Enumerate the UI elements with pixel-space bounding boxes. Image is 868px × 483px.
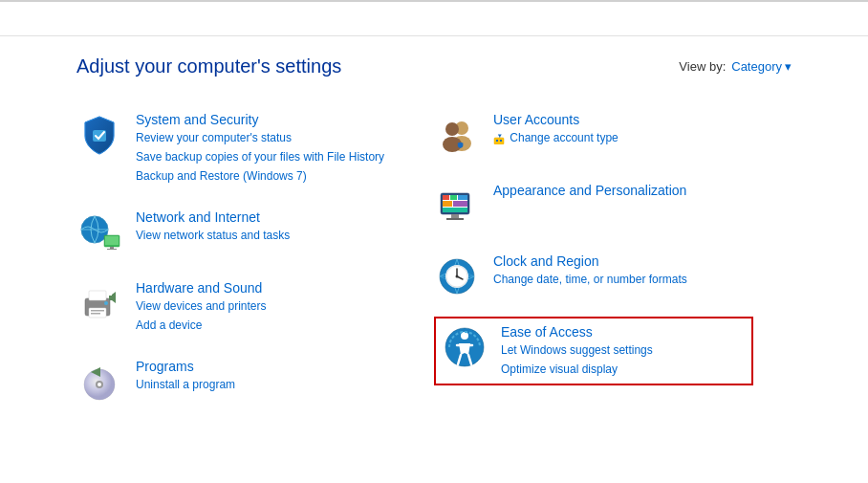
network-internet-icon (76, 209, 122, 255)
page-title-row: Adjust your computer's settings View by:… (76, 55, 792, 77)
svg-rect-35 (451, 214, 459, 218)
svg-point-19 (98, 383, 101, 386)
hardware-sound-link-2[interactable]: Add a device (136, 317, 267, 334)
system-security-icon (76, 112, 122, 158)
ease-of-access-title[interactable]: Ease of Access (501, 324, 653, 340)
category-programs: Programs Uninstall a program (76, 351, 434, 412)
svg-rect-15 (109, 296, 112, 300)
hardware-sound-link-1[interactable]: View devices and printers (136, 297, 267, 315)
svg-rect-10 (89, 291, 106, 300)
ease-of-access-link-1[interactable]: Let Windows suggest settings (501, 341, 653, 359)
svg-rect-25 (496, 140, 498, 142)
svg-rect-33 (453, 201, 467, 207)
svg-rect-32 (443, 201, 452, 207)
user-accounts-icon (434, 112, 480, 158)
svg-rect-6 (110, 247, 114, 249)
network-internet-title[interactable]: Network and Internet (136, 209, 290, 225)
system-security-link-1[interactable]: Review your computer's status (136, 129, 384, 146)
programs-title[interactable]: Programs (136, 359, 235, 374)
system-security-link-3[interactable]: Backup and Restore (Windows 7) (136, 167, 384, 185)
system-security-text: System and Security Review your computer… (136, 112, 384, 185)
category-clock-region: Clock and Region Change date, time, or n… (434, 246, 792, 307)
category-network-internet: Network and Internet View network status… (76, 202, 434, 263)
category-appearance: Appearance and Personalization (434, 175, 792, 236)
chevron-down-icon: ▾ (785, 59, 792, 74)
appearance-text: Appearance and Personalization (493, 183, 686, 198)
svg-point-43 (456, 275, 459, 278)
appearance-title[interactable]: Appearance and Personalization (493, 183, 686, 198)
svg-point-22 (445, 122, 459, 136)
ease-of-access-link-2[interactable]: Optimize visual display (501, 361, 653, 378)
programs-icon (76, 359, 122, 405)
appearance-icon (434, 183, 480, 229)
svg-point-13 (104, 301, 108, 305)
clock-region-link-1[interactable]: Change date, time, or number formats (493, 271, 687, 288)
view-by-dropdown[interactable]: Category ▾ (731, 59, 792, 74)
category-hardware-sound: Hardware and Sound View devices and prin… (76, 273, 434, 341)
clock-region-text: Clock and Region Change date, time, or n… (493, 253, 687, 288)
svg-rect-7 (107, 249, 117, 250)
svg-rect-12 (91, 313, 100, 315)
hardware-sound-icon (76, 280, 122, 326)
svg-marker-14 (112, 292, 116, 303)
svg-rect-29 (443, 195, 449, 200)
ease-of-access-text: Ease of Access Let Windows suggest setti… (501, 324, 653, 378)
svg-rect-30 (450, 195, 457, 200)
ease-of-access-icon (442, 324, 488, 370)
hardware-sound-title[interactable]: Hardware and Sound (136, 280, 267, 296)
category-user-accounts: User Accounts Change account type (434, 104, 792, 165)
system-security-title[interactable]: System and Security (136, 112, 384, 127)
clock-region-icon (434, 253, 480, 299)
user-accounts-text: User Accounts Change account type (493, 112, 618, 146)
network-internet-text: Network and Internet View network status… (136, 209, 290, 244)
svg-rect-34 (443, 208, 467, 212)
system-security-link-2[interactable]: Save backup copies of your files with Fi… (136, 148, 384, 165)
left-column: System and Security Review your computer… (76, 104, 434, 422)
page-title: Adjust your computer's settings (76, 55, 341, 77)
svg-rect-5 (105, 236, 119, 245)
svg-rect-11 (91, 310, 104, 312)
right-column: User Accounts Change account type (434, 104, 792, 422)
clock-region-title[interactable]: Clock and Region (493, 253, 687, 269)
categories-grid: System and Security Review your computer… (76, 104, 792, 422)
view-by-control: View by: Category ▾ (679, 59, 792, 74)
svg-rect-31 (458, 195, 467, 200)
user-accounts-title[interactable]: User Accounts (493, 112, 618, 127)
svg-rect-26 (500, 140, 502, 142)
svg-rect-36 (446, 218, 464, 220)
programs-link-1[interactable]: Uninstall a program (136, 376, 235, 393)
user-accounts-link-1[interactable]: Change account type (493, 129, 618, 146)
view-by-label: View by: (679, 59, 726, 74)
svg-rect-24 (494, 138, 504, 144)
header-bar (0, 2, 868, 36)
category-ease-of-access: Ease of Access Let Windows suggest setti… (434, 317, 753, 385)
network-internet-link-1[interactable]: View network status and tasks (136, 227, 290, 244)
hardware-sound-text: Hardware and Sound View devices and prin… (136, 280, 267, 334)
programs-text: Programs Uninstall a program (136, 359, 235, 393)
category-system-security: System and Security Review your computer… (76, 104, 434, 192)
main-content: Adjust your computer's settings View by:… (0, 36, 868, 441)
